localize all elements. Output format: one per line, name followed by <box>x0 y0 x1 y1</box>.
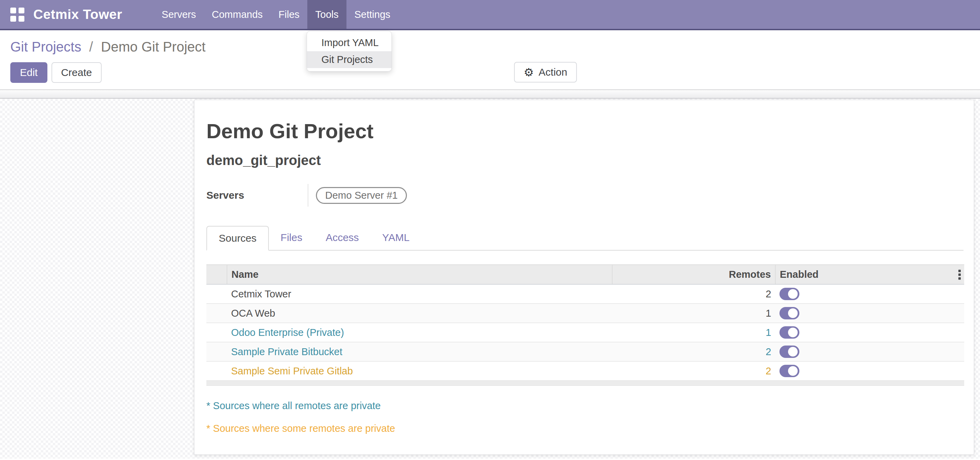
breadcrumb-current: Demo Git Project <box>101 39 206 54</box>
enabled-toggle[interactable] <box>780 326 799 339</box>
top-navbar: Cetmix Tower Servers Commands Files Tool… <box>0 0 980 30</box>
tab[interactable]: YAML <box>371 226 421 250</box>
breadcrumb-separator: / <box>89 39 93 54</box>
dropdown-item[interactable]: Import YAML <box>307 34 391 51</box>
server-tag[interactable]: Demo Server #1 <box>316 187 407 204</box>
dropdown-item[interactable]: Git Projects <box>307 51 391 68</box>
remotes-column-header[interactable]: Remotes <box>612 265 775 284</box>
app-brand[interactable]: Cetmix Tower <box>33 7 122 22</box>
source-name: Sample Private Bitbucket <box>231 346 342 357</box>
enabled-toggle[interactable] <box>780 307 799 319</box>
nav-item[interactable]: Commands <box>204 0 270 29</box>
privacy-legend: * Sources where all remotes are private … <box>206 400 964 434</box>
nav-item[interactable]: Files <box>270 0 307 29</box>
remotes-count: 1 <box>766 327 771 338</box>
record-card: Demo Git Project demo_git_project Server… <box>194 100 974 455</box>
selector-column-header <box>206 265 227 284</box>
notebook-tabs: Sources Files Access YAML <box>206 226 964 251</box>
server-tags: Demo Server #1 <box>316 187 407 204</box>
name-column-header[interactable]: Name <box>227 265 612 284</box>
nav-item[interactable]: Servers <box>154 0 204 29</box>
record-code: demo_git_project <box>206 153 964 168</box>
table-row[interactable]: Odoo Enterprise (Private) 1 <box>206 323 964 342</box>
gear-icon: ⚙ <box>523 67 534 78</box>
source-name: Sample Semi Private Gitlab <box>231 366 353 377</box>
edit-button[interactable]: Edit <box>10 62 48 83</box>
control-panel: Git Projects / Demo Git Project Edit Cre… <box>0 30 980 89</box>
tab[interactable]: Sources <box>206 226 269 251</box>
legend-note: * Sources where some remotes are private <box>206 423 964 434</box>
apps-grid-icon[interactable] <box>10 8 24 22</box>
table-header-row: Name Remotes Enabled <box>206 265 964 284</box>
table-row[interactable]: Sample Private Bitbucket 2 <box>206 342 964 361</box>
source-name: Cetmix Tower <box>231 288 291 299</box>
page-title: Demo Git Project <box>206 119 964 143</box>
enabled-column-header[interactable]: Enabled <box>775 265 964 284</box>
content-background: Demo Git Project demo_git_project Server… <box>0 99 980 458</box>
table-footer-strip <box>206 381 964 386</box>
remotes-count: 1 <box>766 308 771 319</box>
button-row: Edit Create <box>10 62 980 83</box>
source-name: OCA Web <box>231 308 275 319</box>
panel-divider <box>0 89 980 99</box>
row-selector-cell <box>206 323 227 342</box>
row-selector-cell <box>206 342 227 361</box>
nav-item[interactable]: Tools <box>307 0 347 29</box>
tools-dropdown-menu: Import YAML Git Projects <box>307 31 392 72</box>
table-row[interactable]: Cetmix Tower 2 <box>206 284 964 303</box>
table-row[interactable]: OCA Web 1 <box>206 303 964 323</box>
remotes-count: 2 <box>766 366 771 377</box>
field-separator <box>308 184 309 207</box>
breadcrumb: Git Projects / Demo Git Project <box>10 39 980 55</box>
table-row[interactable]: Sample Semi Private Gitlab 2 <box>206 361 964 380</box>
remotes-count: 2 <box>766 346 771 357</box>
main-menu: Servers Commands Files Tools Settings <box>154 0 398 29</box>
row-selector-cell <box>206 303 227 323</box>
action-button[interactable]: ⚙ Action <box>514 62 577 83</box>
row-selector-cell <box>206 284 227 303</box>
tab[interactable]: Files <box>269 226 314 250</box>
tab[interactable]: Access <box>314 226 371 250</box>
enabled-toggle[interactable] <box>780 288 799 300</box>
nav-item[interactable]: Settings <box>347 0 398 29</box>
legend-note: * Sources where all remotes are private <box>206 400 964 412</box>
action-button-label: Action <box>539 66 567 78</box>
sources-table: Name Remotes Enabled Cetmix Tower 2 <box>206 264 964 381</box>
create-button[interactable]: Create <box>51 62 102 83</box>
servers-field-label: Servers <box>206 189 308 201</box>
enabled-toggle[interactable] <box>780 345 799 358</box>
source-name: Odoo Enterprise (Private) <box>231 327 344 338</box>
row-selector-cell <box>206 361 227 380</box>
servers-field: Servers Demo Server #1 <box>206 184 964 207</box>
remotes-count: 2 <box>766 288 771 299</box>
column-options-icon[interactable] <box>958 270 961 280</box>
breadcrumb-parent-link[interactable]: Git Projects <box>10 39 81 54</box>
enabled-toggle[interactable] <box>780 365 799 377</box>
